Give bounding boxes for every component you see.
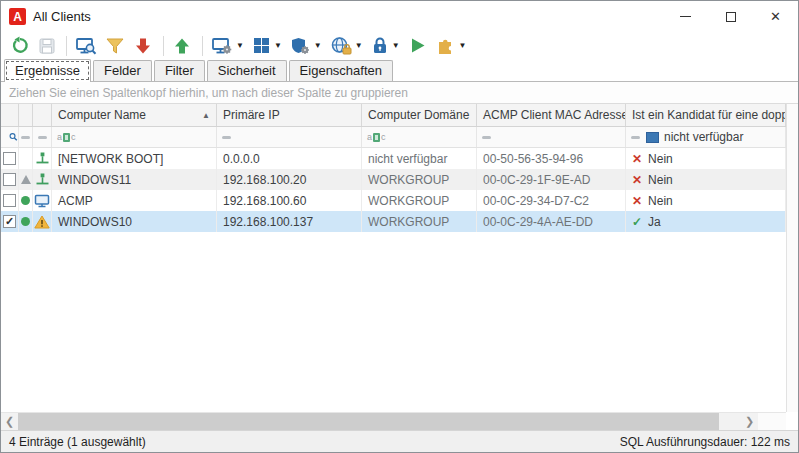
green-circle-icon bbox=[21, 196, 30, 205]
arrow-up-icon bbox=[172, 36, 192, 56]
row-status-cell bbox=[19, 169, 33, 190]
grid-empty-area bbox=[1, 232, 786, 412]
remote-access-button[interactable]: ▼ bbox=[327, 34, 366, 58]
equals-filter-icon bbox=[38, 136, 47, 139]
save-icon bbox=[38, 37, 56, 55]
monitor-gear-icon bbox=[211, 36, 233, 56]
maximize-icon bbox=[726, 12, 736, 22]
chevron-down-icon: ▼ bbox=[459, 42, 467, 50]
filter-computer-domain-cell[interactable]: ac bbox=[362, 127, 477, 147]
filter-status-cell[interactable] bbox=[19, 127, 33, 147]
filter-mac-cell[interactable] bbox=[477, 127, 626, 147]
header-computer-name[interactable]: Computer Name ▲ bbox=[52, 104, 217, 126]
lock-button[interactable]: ▼ bbox=[368, 34, 403, 58]
chevron-down-icon: ▼ bbox=[355, 42, 363, 50]
run-button[interactable] bbox=[405, 34, 430, 57]
maximize-button[interactable] bbox=[708, 1, 753, 32]
chevron-down-icon: ▼ bbox=[274, 42, 282, 50]
row-checkbox[interactable] bbox=[3, 173, 16, 186]
header-mac-address[interactable]: ACMP Client MAC Adresse bbox=[477, 104, 626, 126]
cell-candidate: Nein bbox=[626, 148, 786, 169]
filter-icon-cell[interactable] bbox=[33, 127, 52, 147]
row-status-cell bbox=[19, 211, 33, 232]
header-checkbox-column[interactable] bbox=[1, 104, 19, 126]
scrollbar-track[interactable] bbox=[18, 413, 741, 430]
header-icon-column[interactable] bbox=[33, 104, 52, 126]
vertical-scrollbar[interactable] bbox=[786, 104, 798, 412]
scrollbar-thumb[interactable] bbox=[18, 413, 719, 430]
filter-candidate-cell[interactable]: nicht verfügbar bbox=[626, 127, 786, 147]
row-checkbox[interactable] bbox=[3, 215, 16, 228]
table-row[interactable]: WINDOWS11 192.168.100.20 WORKGROUP 00-0C… bbox=[1, 169, 786, 190]
chevron-down-icon: ▼ bbox=[236, 42, 244, 50]
results-panel: Ziehen Sie einen Spaltenkopf hierhin, um… bbox=[1, 82, 798, 430]
filter-value-swatch bbox=[646, 132, 659, 143]
cell-domain: WORKGROUP bbox=[362, 211, 477, 232]
cell-domain: nicht verfügbar bbox=[362, 148, 477, 169]
row-checkbox[interactable] bbox=[3, 152, 16, 165]
row-checkbox[interactable] bbox=[3, 194, 16, 207]
save-button[interactable] bbox=[35, 35, 59, 57]
refresh-icon bbox=[10, 36, 30, 56]
monitor-icon bbox=[34, 194, 50, 208]
text-filter-icon: ac bbox=[57, 132, 76, 142]
table-row[interactable]: ACMP 192.168.100.60 WORKGROUP 00-0C-29-3… bbox=[1, 190, 786, 211]
filter-button[interactable] bbox=[102, 34, 128, 58]
cell-mac: 00-0C-29-1F-9E-AD bbox=[477, 169, 626, 190]
cell-mac: 00-0C-29-4A-AE-DD bbox=[477, 211, 626, 232]
cell-domain: WORKGROUP bbox=[362, 169, 477, 190]
window-controls: ✕ bbox=[663, 1, 798, 32]
move-up-button[interactable] bbox=[169, 34, 195, 58]
scroll-right-button[interactable]: ❯ bbox=[741, 413, 758, 430]
header-computer-domain[interactable]: Computer Domäne bbox=[362, 104, 477, 126]
close-button[interactable]: ✕ bbox=[753, 1, 798, 32]
cell-primary-ip: 192.168.100.137 bbox=[217, 211, 362, 232]
sql-duration-label: SQL Ausführungsdauer: 122 ms bbox=[620, 435, 790, 449]
scroll-left-button[interactable]: ❮ bbox=[1, 413, 18, 430]
shield-gear-icon bbox=[290, 36, 311, 56]
views-button[interactable]: ▼ bbox=[249, 34, 285, 57]
equals-filter-icon bbox=[631, 136, 640, 139]
text-filter-icon: ac bbox=[367, 132, 386, 142]
globe-lock-icon bbox=[330, 36, 352, 56]
tab-ergebnisse[interactable]: Ergebnisse bbox=[4, 59, 91, 82]
client-commands-button[interactable]: ▼ bbox=[208, 34, 247, 58]
chevron-down-icon: ▼ bbox=[392, 42, 400, 50]
row-type-cell bbox=[33, 211, 52, 232]
header-duplicate-candidate[interactable]: Ist ein Kandidat für eine doppelte Cli bbox=[626, 104, 786, 126]
tab-bar: Ergebnisse Felder Filter Sicherheit Eige… bbox=[1, 59, 798, 82]
arrow-down-icon bbox=[133, 36, 153, 56]
row-type-cell bbox=[33, 148, 52, 169]
cell-computer-name: WINDOWS11 bbox=[52, 169, 217, 190]
scrollbar-corner bbox=[758, 413, 786, 430]
cell-domain: WORKGROUP bbox=[362, 190, 477, 211]
equals-filter-icon bbox=[222, 136, 231, 139]
lock-icon bbox=[371, 36, 389, 56]
table-row[interactable]: WINDOWS10 192.168.100.137 WORKGROUP 00-0… bbox=[1, 211, 786, 232]
plugins-button[interactable]: ▼ bbox=[432, 34, 470, 58]
row-type-cell bbox=[33, 169, 52, 190]
search-icon bbox=[9, 130, 18, 144]
client-search-button[interactable] bbox=[72, 34, 100, 58]
minimize-button[interactable] bbox=[663, 1, 708, 32]
cell-primary-ip: 192.168.100.60 bbox=[217, 190, 362, 211]
cross-icon bbox=[632, 194, 642, 208]
move-down-button[interactable] bbox=[130, 34, 156, 58]
filter-search-cell[interactable] bbox=[1, 127, 19, 147]
tab-filter[interactable]: Filter bbox=[154, 60, 205, 81]
refresh-button[interactable] bbox=[7, 34, 33, 58]
tab-sicherheit[interactable]: Sicherheit bbox=[207, 60, 287, 81]
grid-filter-row: ac ac nicht verfügbar bbox=[1, 127, 786, 148]
group-by-bar[interactable]: Ziehen Sie einen Spaltenkopf hierhin, um… bbox=[1, 82, 798, 104]
close-icon: ✕ bbox=[770, 9, 781, 24]
tab-eigenschaften[interactable]: Eigenschaften bbox=[289, 60, 393, 81]
tab-felder[interactable]: Felder bbox=[93, 60, 152, 81]
header-primary-ip[interactable]: Primäre IP bbox=[217, 104, 362, 126]
header-status-column[interactable] bbox=[19, 104, 33, 126]
table-row[interactable]: [NETWORK BOOT] 0.0.0.0 nicht verfügbar 0… bbox=[1, 148, 786, 169]
filter-computer-name-cell[interactable]: ac bbox=[52, 127, 217, 147]
cell-computer-name: WINDOWS10 bbox=[52, 211, 217, 232]
filter-primary-ip-cell[interactable] bbox=[217, 127, 362, 147]
security-settings-button[interactable]: ▼ bbox=[287, 34, 325, 58]
cell-computer-name: ACMP bbox=[52, 190, 217, 211]
